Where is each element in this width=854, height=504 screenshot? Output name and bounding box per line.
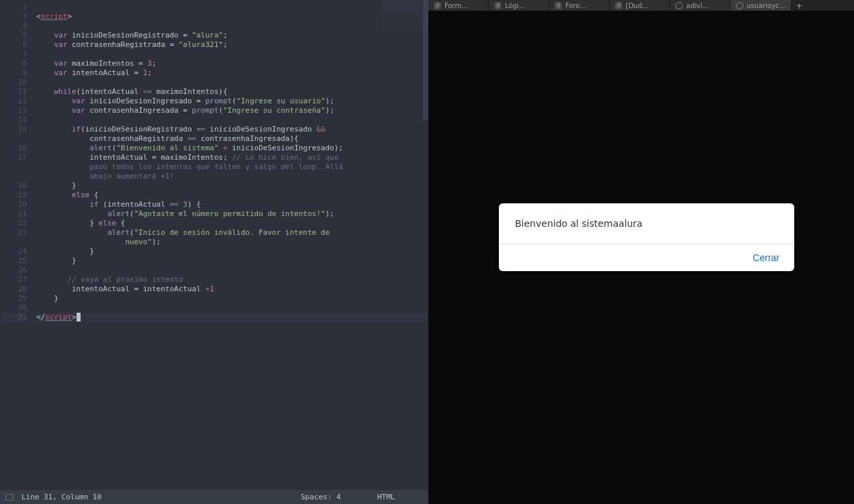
code-line[interactable]: abajo aumentará +1!	[36, 172, 427, 181]
token-punct: }	[36, 294, 58, 303]
code-line[interactable]	[36, 3, 427, 12]
line-number: 8	[3, 59, 27, 68]
token-punct: );	[326, 106, 334, 115]
code-content[interactable]: <script> var inicioDeSesionRegistrado = …	[35, 0, 428, 490]
line-number	[3, 134, 27, 144]
code-line[interactable]: } else {	[36, 219, 427, 228]
indent-setting[interactable]: Spaces: 4	[301, 493, 341, 501]
token-punct: ;	[223, 153, 232, 162]
code-line[interactable]: var contrasenhaIngresada = prompt("Ingre…	[36, 106, 427, 115]
code-line[interactable]: contrasenhaRegistrada == contrasenhaIngr…	[36, 134, 427, 144]
browser-tab[interactable]: dForm...	[428, 0, 489, 11]
line-number: 16	[3, 144, 27, 153]
token-cmt: abajo aumentará +1!	[36, 172, 174, 181]
token-punct: <	[36, 12, 41, 21]
editor-scrollbar[interactable]	[423, 0, 428, 121]
code-line[interactable]: var inicioDeSesionIngresado = prompt("In…	[36, 97, 427, 106]
code-line[interactable]: alert("Agotaste el número permitido de i…	[36, 209, 427, 219]
token-str: "Ingrese su usuario"	[236, 97, 325, 105]
code-line[interactable]	[36, 21, 427, 31]
token-op2: <=	[143, 87, 152, 96]
code-line[interactable]: }	[36, 256, 427, 266]
new-tab-button[interactable]: +	[792, 1, 807, 11]
line-number: 10	[3, 78, 27, 87]
panel-icon[interactable]	[5, 494, 13, 501]
code-line[interactable]: }	[36, 247, 427, 256]
token-var: intentoActual	[107, 200, 170, 209]
line-number	[3, 238, 27, 247]
tab-title: Lógi...	[505, 2, 543, 9]
token-op2: ==	[187, 134, 196, 143]
code-line[interactable]	[36, 266, 427, 275]
code-line[interactable]: if(inicioDeSesionRegistrado == inicioDeS…	[36, 125, 427, 134]
token-punct: ) {	[187, 200, 201, 209]
token-var: maximoIntentos	[160, 153, 223, 162]
code-line[interactable]: alert("Inicio de sesión inválido. Favor …	[36, 228, 427, 238]
token-kw: if	[36, 200, 99, 209]
cursor-position[interactable]: Line 31, Column 10	[21, 493, 101, 501]
code-line[interactable]: if (intentoActual == 3) {	[36, 200, 427, 209]
token-punct: >	[72, 313, 77, 321]
browser-tab[interactable]: usuarioyc...	[730, 0, 792, 11]
browser-tab[interactable]: dForo...	[549, 0, 610, 11]
token-var: contrasenhaIngresada	[85, 106, 183, 115]
code-line[interactable]	[36, 303, 427, 313]
code-line[interactable]: <script>	[36, 12, 427, 21]
token-punct: }	[36, 219, 99, 228]
token-punct: (	[99, 200, 107, 209]
token-punct: >	[67, 12, 72, 21]
code-line[interactable]	[36, 115, 427, 125]
line-number: 29	[3, 294, 27, 303]
code-line[interactable]: }	[36, 181, 427, 191]
code-line[interactable]: intentoActual = intentoActual +1	[36, 285, 427, 294]
token-op: =	[183, 31, 192, 40]
token-var: maximoIntentos	[152, 87, 218, 96]
code-line[interactable]: </script>	[36, 313, 427, 322]
tab-title: [Dud...	[626, 2, 664, 9]
token-var: intentoActual	[36, 153, 152, 162]
token-fn: prompt	[205, 97, 232, 105]
code-line[interactable]: else {	[36, 191, 427, 200]
close-button[interactable]: Cerrar	[753, 252, 779, 263]
code-line[interactable]: var maximoIntentos = 3;	[36, 59, 427, 68]
token-var: inicioDeSesionIngresado	[232, 144, 334, 152]
minimap[interactable]	[381, 0, 428, 40]
code-area[interactable]: 2345678910111213141516171819202122232425…	[0, 0, 428, 490]
token-str: "Ingrese su contraseña"	[223, 106, 325, 115]
token-op2: ==	[196, 125, 205, 134]
language-mode[interactable]: HTML	[377, 493, 395, 501]
site-d-icon: d	[434, 2, 441, 9]
token-punct: </	[36, 313, 45, 321]
token-var	[179, 200, 183, 209]
browser-tab[interactable]: adivi...	[670, 0, 730, 11]
code-line[interactable]: alert("Bienvenido al sistema" + inicioDe…	[36, 144, 427, 153]
line-number: 20	[3, 200, 27, 209]
code-line[interactable]	[36, 78, 427, 87]
code-line[interactable]: while(intentoActual <= maximoIntentos){	[36, 87, 427, 97]
browser-tab[interactable]: d[Dud...	[610, 0, 670, 11]
code-line[interactable]: var contrasenhaRegistrada = "alura321";	[36, 40, 427, 50]
token-var: intentoActual	[67, 68, 134, 77]
token-punct: );	[152, 238, 160, 246]
code-line[interactable]: var intentoActual = 1;	[36, 68, 427, 78]
line-number: 15	[3, 125, 27, 134]
token-punct: ;	[152, 59, 156, 68]
token-var: inicioDeSesionIngresado	[205, 125, 317, 134]
code-line[interactable]: nuevo");	[36, 238, 427, 247]
code-line[interactable]: var inicioDeSesionRegistrado = "alura";	[36, 31, 427, 40]
line-number: 13	[3, 106, 27, 115]
browser-tab[interactable]: dLógi...	[489, 0, 549, 11]
code-line[interactable]: intentoActual = maximoIntentos; // Lo hi…	[36, 153, 427, 162]
code-line[interactable]: // vaya al próximo intento	[36, 275, 427, 285]
line-number: 9	[3, 68, 27, 78]
code-line[interactable]: paso todos los intentos que falten y sal…	[36, 162, 427, 172]
code-line[interactable]	[36, 50, 427, 59]
token-punct: );	[325, 209, 334, 218]
token-punct: (	[81, 125, 85, 134]
token-cmt: // Lo hice bien, así que	[232, 153, 338, 162]
token-var: intentoActual	[81, 87, 143, 96]
code-line[interactable]: }	[36, 294, 427, 303]
token-punct: );	[326, 97, 334, 105]
token-punct: ){	[290, 134, 299, 143]
token-punct: ;	[148, 68, 152, 77]
